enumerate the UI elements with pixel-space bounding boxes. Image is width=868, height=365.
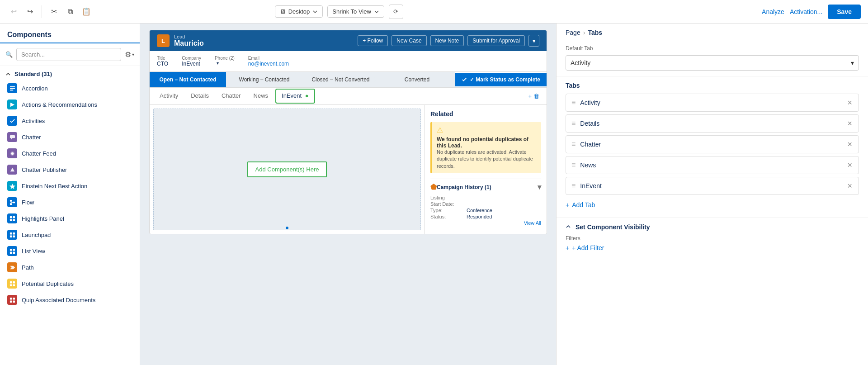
svg-rect-11 xyxy=(9,203,12,205)
add-filter-button[interactable]: + + Add Filter xyxy=(566,244,604,251)
component-item-potdup[interactable]: Potential Duplicates xyxy=(4,275,136,292)
svg-rect-33 xyxy=(13,297,15,299)
drag-handle-chatter[interactable]: ≡ xyxy=(571,140,576,148)
view-dropdown[interactable]: Shrink To View xyxy=(327,5,384,18)
campaign-header[interactable]: ⬟ Campaign History (1) ▾ xyxy=(430,183,541,191)
new-case-button[interactable]: New Case xyxy=(392,35,426,46)
new-note-button[interactable]: New Note xyxy=(430,35,464,46)
toolbar-left: ↩ ↪ ✂ ⧉ 📋 xyxy=(7,5,93,18)
section-label: Standard (31) xyxy=(14,71,52,77)
tab-chatter[interactable]: Chatter xyxy=(215,88,247,104)
submit-approval-button[interactable]: Submit for Approval xyxy=(467,35,525,46)
view-all-link[interactable]: View All xyxy=(430,220,541,226)
tab-selected-dot: ● xyxy=(305,92,309,99)
svg-rect-34 xyxy=(9,300,12,303)
tab-close-news[interactable]: × xyxy=(846,161,853,169)
quip-label: Quip Associated Documents xyxy=(22,297,95,303)
flow-svg xyxy=(9,199,15,205)
svg-rect-23 xyxy=(9,248,12,251)
more-actions-button[interactable]: ▾ xyxy=(528,35,539,47)
activation-button[interactable]: Activation... xyxy=(790,8,822,15)
mark-complete-button[interactable]: ✓ Mark Status as Complete xyxy=(455,73,547,86)
search-icon: 🔍 xyxy=(5,51,13,58)
highlights-icon xyxy=(7,213,17,223)
field-phone: Phone (2) ▾ xyxy=(215,56,235,67)
chatter-label: Chatter xyxy=(22,134,41,141)
tab-row-inevent[interactable]: ≡ InEvent × xyxy=(566,177,859,195)
search-input[interactable] xyxy=(16,48,121,61)
analyze-button[interactable]: Analyze xyxy=(762,8,784,15)
tab-details[interactable]: Details xyxy=(184,88,215,104)
paste-button[interactable]: 📋 xyxy=(80,5,93,18)
tab-label-activity: Activity xyxy=(580,99,842,106)
component-item-actions[interactable]: Actions & Recommendations xyxy=(4,96,136,113)
center-panel: L Lead Mauricio + Follow New Case New No… xyxy=(140,24,556,365)
actions-svg xyxy=(9,102,15,108)
accordion-icon xyxy=(7,83,17,93)
tab-close-chatter[interactable]: × xyxy=(846,140,853,148)
drag-handle-details[interactable]: ≡ xyxy=(571,119,576,128)
component-item-launchpad[interactable]: Launchpad xyxy=(4,227,136,243)
gear-settings-button[interactable]: ⚙ ▾ xyxy=(125,50,134,59)
tab-activity[interactable]: Activity xyxy=(153,88,184,104)
component-item-chatter[interactable]: Chatter xyxy=(4,129,136,145)
device-dropdown[interactable]: 🖥 Desktop xyxy=(275,5,323,18)
default-tab-dropdown[interactable]: Activity ▾ xyxy=(566,55,859,71)
set-visibility-header[interactable]: Set Component Visibility xyxy=(566,223,859,231)
tab-close-details[interactable]: × xyxy=(846,119,853,128)
component-item-activities[interactable]: Activities xyxy=(4,113,136,129)
svg-marker-8 xyxy=(10,167,14,171)
duplicate-warning: ⚠ We found no potential duplicates of th… xyxy=(430,122,541,173)
svg-marker-3 xyxy=(10,102,14,106)
component-item-highlights[interactable]: Highlights Panel xyxy=(4,210,136,227)
tab-label-details: Details xyxy=(580,120,842,127)
drag-handle-news[interactable]: ≡ xyxy=(571,161,576,169)
component-item-listview[interactable]: List View xyxy=(4,243,136,259)
tab-row-chatter[interactable]: ≡ Chatter × xyxy=(566,135,859,153)
save-button[interactable]: Save xyxy=(828,5,861,19)
tab-row-activity[interactable]: ≡ Activity × xyxy=(566,94,859,112)
add-tab-button[interactable]: + Add Tab xyxy=(566,198,595,212)
svg-rect-31 xyxy=(13,284,15,286)
component-item-accordion[interactable]: Accordion xyxy=(4,80,136,96)
cut-button[interactable]: ✂ xyxy=(47,5,60,18)
path-step-working[interactable]: Working – Contacted xyxy=(226,72,302,87)
tab-news[interactable]: News xyxy=(247,88,275,104)
tab-close-inevent[interactable]: × xyxy=(846,182,853,190)
dup-desc: No duplicate rules are activated. Activa… xyxy=(437,149,537,170)
tab-add-button[interactable]: + 🗑 xyxy=(524,88,543,104)
einstein-label: Einstein Next Best Action xyxy=(22,183,87,190)
copy-button[interactable]: ⧉ xyxy=(64,5,76,18)
svg-rect-17 xyxy=(9,219,12,221)
follow-button[interactable]: + Follow xyxy=(358,35,388,46)
chatter-feed-svg xyxy=(9,151,15,156)
undo-button[interactable]: ↩ xyxy=(7,5,20,18)
component-item-flow[interactable]: Flow xyxy=(4,194,136,210)
refresh-button[interactable]: ⟳ xyxy=(389,5,403,19)
component-item-quip[interactable]: Quip Associated Documents xyxy=(4,292,136,308)
add-component-button[interactable]: Add Component(s) Here xyxy=(247,161,327,177)
tab-row-news[interactable]: ≡ News × xyxy=(566,156,859,174)
launchpad-label: Launchpad xyxy=(22,232,51,238)
field-email-value[interactable]: no@inevent.com xyxy=(248,61,289,67)
tab-row-details[interactable]: ≡ Details × xyxy=(566,114,859,133)
path-step-open[interactable]: Open – Not Contacted xyxy=(150,72,226,87)
drag-handle-activity[interactable]: ≡ xyxy=(571,99,576,107)
component-item-chatter-feed[interactable]: Chatter Feed xyxy=(4,145,136,161)
resize-handle[interactable] xyxy=(154,226,420,230)
tab-close-activity[interactable]: × xyxy=(846,99,853,107)
tabs-section: Tabs ≡ Activity × ≡ Details × ≡ Chatter … xyxy=(557,76,868,218)
view-label: Shrink To View xyxy=(332,8,371,15)
svg-rect-21 xyxy=(9,235,12,237)
path-step-converted[interactable]: Converted xyxy=(379,72,455,87)
standard-section-header[interactable]: Standard (31) xyxy=(0,66,140,80)
tab-label-news: News xyxy=(580,161,842,169)
component-item-path[interactable]: Path xyxy=(4,259,136,275)
drag-handle-inevent[interactable]: ≡ xyxy=(571,182,576,190)
path-step-closed[interactable]: Closed – Not Converted xyxy=(302,72,379,87)
svg-rect-32 xyxy=(9,297,12,299)
component-item-einstein[interactable]: Einstein Next Best Action xyxy=(4,178,136,194)
component-item-chatter-publisher[interactable]: Chatter Publisher xyxy=(4,161,136,178)
redo-button[interactable]: ↪ xyxy=(24,5,36,18)
tab-inevent[interactable]: InEvent ● xyxy=(275,89,315,104)
